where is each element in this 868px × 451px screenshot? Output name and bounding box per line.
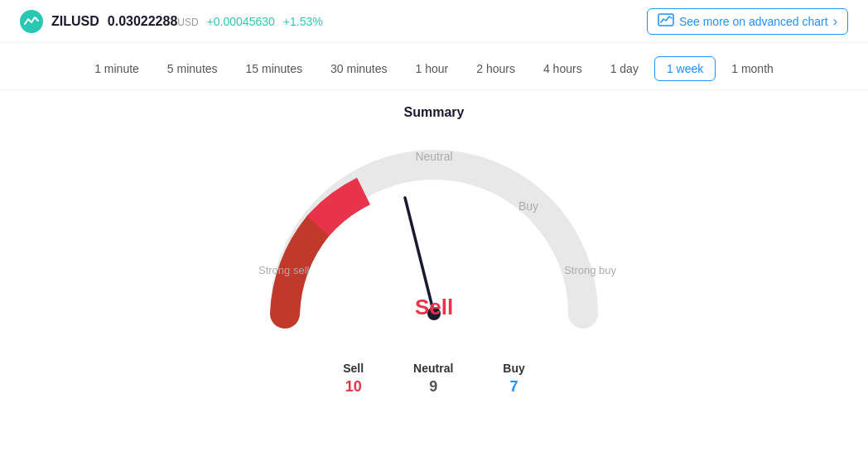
interval-btn-1-month[interactable]: 1 month [719,56,786,81]
ticker-currency: USD [177,17,198,28]
ticker-price-value: 0.03022288 [108,14,178,28]
interval-btn-30-minutes[interactable]: 30 minutes [318,56,399,81]
interval-btn-1-week[interactable]: 1 week [654,56,716,81]
chart-icon [658,13,674,30]
ticker-section: ZILUSD 0.03022288USD +0.00045630 +1.53% [20,10,323,33]
interval-btn-1-minute[interactable]: 1 minute [82,56,152,81]
stat-item-neutral: Neutral9 [413,362,453,396]
interval-bar: 1 minute5 minutes15 minutes30 minutes1 h… [0,43,868,90]
chevron-right-icon: › [833,14,837,29]
stat-item-sell: Sell10 [343,362,364,396]
stat-label-neutral: Neutral [413,362,453,375]
gauge-wrapper: Neutral Sell Buy Strong sell Strong buy … [235,132,633,355]
interval-btn-5-minutes[interactable]: 5 minutes [155,56,230,81]
main-content: Summary Neutral Sell Buy Strong sell Str… [0,90,868,396]
interval-btn-15-minutes[interactable]: 15 minutes [234,56,315,81]
summary-title: Summary [404,105,465,120]
ticker-change-pct: +1.53% [283,15,323,28]
label-strong-sell: Strong sell [258,264,309,276]
stat-value-sell: 10 [345,378,362,396]
label-neutral: Neutral [415,150,452,163]
gauge-result: Sell [415,295,453,320]
ticker-change-abs: +0.00045630 [207,15,275,28]
stat-item-buy: Buy7 [503,362,524,396]
label-strong-buy: Strong buy [564,264,616,276]
stat-value-buy: 7 [510,378,518,396]
ticker-price: 0.03022288USD [108,14,199,29]
advanced-chart-label: See more on advanced chart [679,15,828,28]
stats-row: Sell10Neutral9Buy7 [343,362,525,396]
label-sell: Sell [333,199,352,213]
interval-btn-1-day[interactable]: 1 day [598,56,651,81]
stat-label-buy: Buy [503,362,524,375]
stat-value-neutral: 9 [429,378,437,396]
ticker-symbol: ZILUSD [51,14,99,29]
advanced-chart-link[interactable]: See more on advanced chart › [647,8,848,35]
interval-btn-1-hour[interactable]: 1 hour [403,56,461,81]
label-buy: Buy [518,199,538,213]
interval-btn-4-hours[interactable]: 4 hours [531,56,595,81]
stat-label-sell: Sell [343,362,364,375]
ticker-icon [20,10,43,33]
interval-btn-2-hours[interactable]: 2 hours [464,56,528,81]
header: ZILUSD 0.03022288USD +0.00045630 +1.53% … [0,0,868,43]
